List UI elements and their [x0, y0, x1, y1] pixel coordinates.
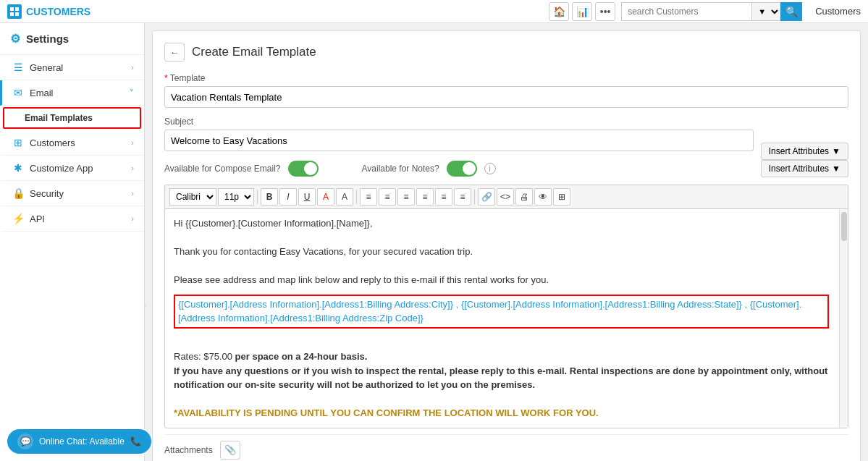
- editor-line-2: [174, 231, 829, 245]
- editor-wrapper: Calibri 11pt B I U A A ≡ ≡ ≡ ≡ ≡: [164, 185, 848, 428]
- sidebar-item-api[interactable]: ⚡ API ›: [0, 206, 144, 232]
- topbar-customers-label: Customers: [815, 6, 861, 17]
- chat-bar[interactable]: 💬 Online Chat: Available 📞: [7, 429, 151, 454]
- security-arrow-icon: ›: [131, 189, 134, 198]
- card-header: ← Create Email Template: [164, 43, 848, 62]
- sidebar-item-label-general: General: [30, 62, 125, 73]
- editor-line-10: *AVAILABILITY IS PENDING UNTIL YOU CAN C…: [174, 406, 829, 420]
- template-label: * Template: [164, 73, 848, 83]
- search-button[interactable]: 🔍: [780, 2, 802, 21]
- chat-label: Online Chat: Available: [39, 436, 125, 447]
- sidebar-header: ⚙ Settings: [0, 23, 144, 55]
- security-icon: 🔒: [12, 187, 24, 199]
- unordered-list-button[interactable]: ≡: [435, 188, 452, 206]
- editor-line-1: Hi {{Customer}.[Customer Information].[N…: [174, 216, 829, 231]
- align-left-button[interactable]: ≡: [360, 188, 377, 206]
- logo-icon: [7, 4, 22, 19]
- insert-attributes-button-1[interactable]: Insert Attributes ▼: [761, 143, 848, 160]
- attachments-row: Attachments 📎: [164, 434, 848, 462]
- customize-arrow-icon: ›: [131, 164, 134, 172]
- justify-button[interactable]: ≡: [416, 188, 434, 206]
- insert-attr-chevron-icon: ▼: [832, 146, 840, 156]
- back-button[interactable]: ←: [164, 43, 185, 62]
- general-icon: ☰: [12, 62, 24, 73]
- editor-line-3: Thank you for contacting Easy Vacations,…: [174, 245, 829, 259]
- scrollbar-thumb: [841, 212, 847, 241]
- editor-toolbar: Calibri 11pt B I U A A ≡ ≡ ≡ ≡ ≡: [164, 185, 848, 208]
- insert-attr2-chevron-icon: ▼: [832, 164, 840, 174]
- sidebar-item-label-security: Security: [30, 188, 125, 199]
- editor-line-5: Please see address and map link below an…: [174, 273, 829, 287]
- address-highlight-box: {[Customer].[Address Information].[Addre…: [174, 295, 829, 329]
- svg-rect-1: [15, 7, 19, 11]
- template-field-group: * Template: [164, 73, 848, 108]
- chat-phone-icon: 📞: [130, 436, 141, 447]
- sidebar-item-general[interactable]: ☰ General ›: [0, 55, 144, 80]
- underline-button[interactable]: U: [298, 188, 316, 206]
- code-button[interactable]: <>: [497, 188, 514, 206]
- content-area: ← Create Email Template * Template Subje…: [145, 23, 868, 461]
- email-icon: ✉: [12, 87, 24, 98]
- sidebar-item-customers[interactable]: ⊞ Customers ›: [0, 130, 144, 156]
- editor-line-8: Rates: $75.00 per space on a 24-hour bas…: [174, 350, 829, 364]
- sidebar-sub-item-email-templates[interactable]: Email Templates: [3, 107, 141, 129]
- home-button[interactable]: 🏠: [549, 2, 569, 21]
- editor-content: Hi {{Customer}.[Customer Information].[N…: [174, 216, 839, 420]
- ordered-list-button[interactable]: ≡: [454, 188, 471, 206]
- notes-toggle[interactable]: [447, 161, 477, 177]
- compose-toggle[interactable]: [288, 161, 319, 177]
- svg-rect-2: [10, 12, 14, 16]
- compose-label: Available for Compose Email?: [164, 164, 281, 174]
- subject-field-group: Subject: [164, 117, 754, 151]
- font-size-select[interactable]: 11pt: [218, 188, 254, 206]
- sidebar-sub-label-email-templates: Email Templates: [25, 113, 93, 123]
- sidebar-item-label-customers: Customers: [30, 138, 125, 148]
- general-arrow-icon: ›: [131, 63, 134, 72]
- settings-icon: ⚙: [10, 32, 20, 46]
- template-input[interactable]: [164, 86, 848, 108]
- table-button[interactable]: ⊞: [553, 188, 570, 206]
- editor-scrollbar[interactable]: [839, 209, 848, 428]
- editor-body[interactable]: Hi {{Customer}.[Customer Information].[N…: [164, 208, 848, 428]
- sidebar-item-security[interactable]: 🔒 Security ›: [0, 181, 144, 206]
- rates-bold: per space on a 24-hour basis.: [235, 351, 368, 362]
- subject-label: Subject: [164, 117, 754, 127]
- sidebar-item-label-email: Email: [30, 88, 124, 98]
- insert-attributes-button-2[interactable]: Insert Attributes ▼: [761, 160, 848, 177]
- customers-icon: ⊞: [12, 137, 24, 148]
- preview-button[interactable]: 👁: [534, 188, 552, 206]
- align-center-button[interactable]: ≡: [379, 188, 396, 206]
- attachment-button[interactable]: 📎: [220, 441, 240, 460]
- customize-icon: ✱: [12, 162, 24, 174]
- link-button[interactable]: 🔗: [478, 188, 495, 206]
- sidebar-item-email[interactable]: ✉ Email ˅: [0, 80, 144, 106]
- italic-button[interactable]: I: [279, 188, 297, 206]
- search-wrap: ▼ 🔍: [621, 2, 802, 21]
- align-right-button[interactable]: ≡: [397, 188, 415, 206]
- create-email-template-card: ← Create Email Template * Template Subje…: [152, 30, 861, 461]
- more-button[interactable]: •••: [595, 2, 615, 21]
- font-color-button[interactable]: A: [317, 188, 334, 206]
- subject-input[interactable]: [164, 130, 754, 151]
- font-family-select[interactable]: Calibri: [169, 188, 216, 206]
- print-button[interactable]: 🖨: [515, 188, 533, 206]
- customers-arrow-icon: ›: [131, 138, 134, 147]
- editor-line-9: If you have any questions or if you wish…: [174, 364, 829, 392]
- chart-button[interactable]: 📊: [572, 2, 592, 21]
- bold-button[interactable]: B: [261, 188, 278, 206]
- app-logo: CUSTOMERS: [7, 4, 90, 19]
- highlighted-address-block: ➜ {[Customer].[Address Information].[Add…: [174, 292, 829, 331]
- search-dropdown[interactable]: ▼: [751, 2, 780, 21]
- address-template-text: {[Customer].[Address Information].[Addre…: [178, 299, 801, 324]
- search-input[interactable]: [621, 2, 751, 21]
- highlight-button[interactable]: A: [336, 188, 353, 206]
- required-indicator: *: [164, 73, 170, 83]
- svg-rect-0: [10, 7, 14, 11]
- editor-line-7: [174, 336, 829, 350]
- notes-label: Available for Notes?: [362, 164, 439, 174]
- sidebar-item-customize-app[interactable]: ✱ Customize App ›: [0, 156, 144, 181]
- email-collapse-icon: ˅: [130, 88, 134, 98]
- compose-toggle-group: Available for Compose Email?: [164, 161, 319, 177]
- api-icon: ⚡: [12, 213, 24, 224]
- app-name: CUSTOMERS: [26, 6, 90, 17]
